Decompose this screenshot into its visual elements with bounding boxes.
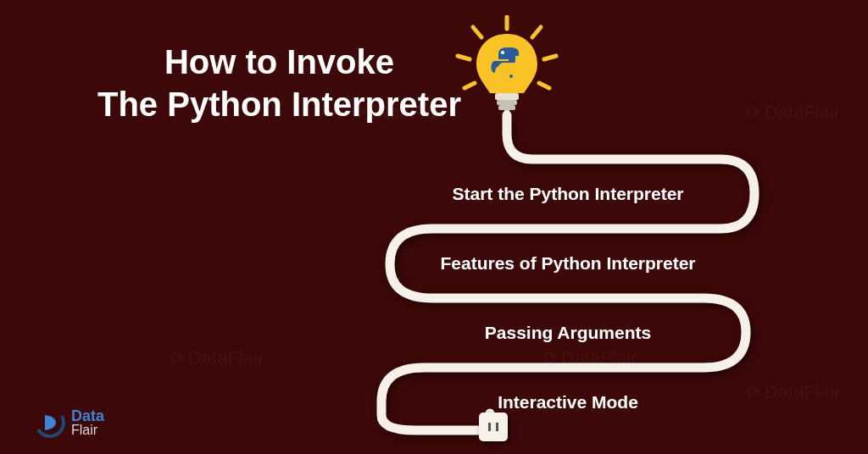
logo-text: Data Flair: [71, 408, 104, 437]
item-label: Features of Python Interpreter: [440, 253, 695, 274]
title-line-1: How to Invoke: [97, 41, 461, 83]
power-socket-icon: [479, 412, 508, 441]
logo-line-2: Flair: [71, 424, 104, 437]
svg-rect-9: [495, 93, 519, 100]
logo-line-1: Data: [71, 408, 104, 424]
logo-icon: [34, 407, 66, 439]
svg-line-4: [544, 56, 556, 59]
watermark: ⟳DataFlair: [170, 347, 264, 369]
svg-line-3: [458, 56, 470, 59]
svg-line-1: [473, 27, 481, 37]
list-item: Passing Arguments: [364, 298, 771, 368]
svg-rect-10: [497, 100, 517, 105]
svg-line-6: [539, 83, 549, 88]
svg-line-5: [465, 83, 475, 88]
list-item: Interactive Mode: [364, 368, 771, 437]
item-label: Start the Python Interpreter: [452, 184, 683, 204]
brand-logo: Data Flair: [34, 407, 104, 439]
item-label: Passing Arguments: [485, 323, 651, 343]
topic-list: Start the Python Interpreter Features of…: [364, 159, 771, 437]
list-item: Features of Python Interpreter: [364, 229, 771, 298]
svg-line-2: [532, 27, 541, 37]
list-item: Start the Python Interpreter: [364, 159, 771, 229]
item-label: Interactive Mode: [498, 392, 638, 412]
svg-point-7: [501, 51, 504, 54]
svg-point-8: [509, 75, 513, 78]
